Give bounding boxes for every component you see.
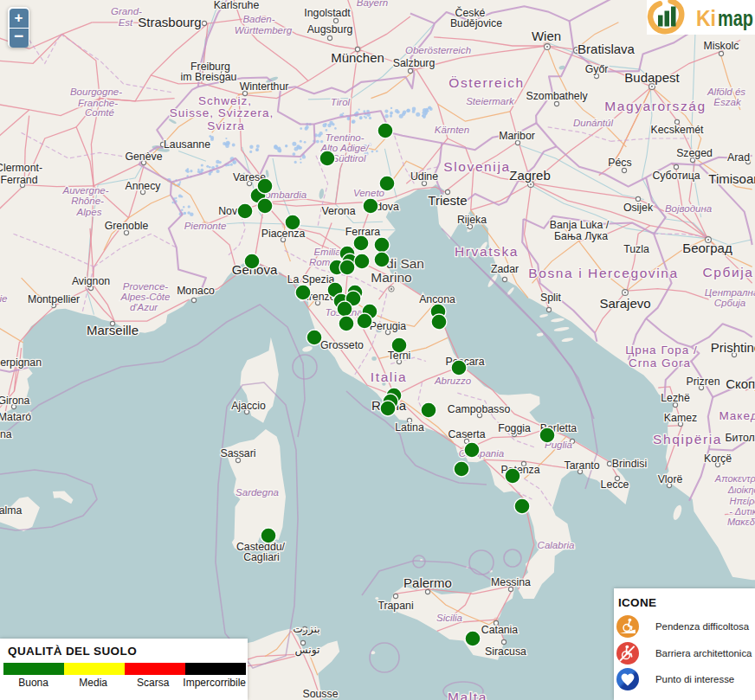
svg-text:München: München [331,50,384,65]
svg-text:Trieste: Trieste [428,193,467,208]
svg-text:Girona: Girona [0,395,30,407]
svg-text:Annecy: Annecy [125,180,161,192]
svg-text:Banja Luka /: Banja Luka / [550,219,610,231]
svg-text:Catania: Catania [481,624,519,636]
svg-text:Palermo: Palermo [403,575,452,590]
svg-text:Србија: Србија [714,298,746,308]
svg-text:Kamez: Kamez [664,412,697,424]
svg-text:Monaco: Monaco [177,285,215,297]
svg-text:Битола: Битола [725,432,755,444]
svg-text:Palma: Palma [0,504,23,517]
svg-text:Maribor: Maribor [499,130,535,142]
svg-text:Brindisi: Brindisi [612,458,647,470]
svg-text:Mataró: Mataró [0,411,31,423]
svg-text:Schweiz,: Schweiz, [198,94,252,107]
svg-text:Lezhë: Lezhë [661,392,690,404]
svg-text:Rijeka: Rijeka [457,214,487,226]
svg-text:Bratislava: Bratislava [578,42,636,56]
svg-text:Sousse: Sousse [302,688,338,700]
svg-text:Perpignan: Perpignan [0,356,42,369]
svg-text:d'Azur: d'Azur [130,302,158,312]
svg-text:Arad: Arad [727,151,750,164]
svg-text:Clermont-: Clermont- [0,162,42,174]
svg-text:Ηπείρου: Ηπείρου [729,496,755,506]
svg-text:Győr: Győr [585,63,609,75]
svg-text:Steiermark: Steiermark [466,96,515,106]
svg-text:Piemonte: Piemonte [184,221,227,231]
svg-text:Скопје: Скопје [726,376,755,391]
svg-text:Calabria: Calabria [538,540,575,550]
svg-text:Caserta: Caserta [448,428,485,440]
svg-text:Siracusa: Siracusa [485,645,526,658]
svg-text:Oberösterreich: Oberösterreich [405,45,471,55]
svg-text:Karlsruhe: Karlsruhe [214,0,260,11]
svg-text:Ferrand: Ferrand [0,174,37,186]
svg-text:Μακεδονία: Μακεδονία [727,517,755,527]
svg-text:Auvergne-: Auvergne- [61,185,108,196]
svg-text:Südtirol: Südtirol [332,153,366,164]
svg-text:Pécs: Pécs [608,157,631,169]
svg-text:Veneto: Veneto [353,188,385,198]
svg-text:Crna Gora: Crna Gora [629,356,691,369]
svg-text:Verona: Verona [322,205,356,217]
svg-text:Ingolstadt: Ingolstadt [304,7,351,19]
svg-text:La Spezia: La Spezia [287,273,335,286]
svg-text:Македонија: Македонија [719,409,755,422]
svg-text:Lecce: Lecce [601,478,629,491]
svg-text:Suisse, Svizzera,: Suisse, Svizzera, [170,106,274,119]
svg-text:Alföld és: Alföld és [707,87,745,97]
svg-text:Winterthur: Winterthur [240,80,289,93]
svg-text:Budějovice: Budějovice [450,17,502,29]
svg-text:Barcelona: Barcelona [0,428,12,440]
svg-text:Суботица: Суботица [652,170,700,182]
svg-text:Messina: Messina [491,576,531,588]
svg-text:Zadar: Zadar [491,263,519,275]
svg-text:Szombathely: Szombathely [526,90,588,102]
svg-text:Tuzla: Tuzla [623,243,649,255]
svg-text:ie: ie [0,293,7,304]
svg-text:Miskolc: Miskolc [704,40,739,52]
svg-text:Campobasso: Campobasso [448,403,511,415]
svg-text:Wien: Wien [532,29,561,43]
svg-text:Genève: Genève [125,151,162,163]
svg-text:Србија: Србија [702,265,753,279]
svg-text:Shqipëria: Shqipëria [653,432,722,446]
svg-text:Avignon: Avignon [72,275,110,287]
svg-text:Slovenija: Slovenija [443,159,510,174]
svg-text:Prishtinë: Prishtinë [711,340,755,355]
svg-text:Војводина: Војводина [665,203,712,214]
svg-text:Tirol: Tirol [331,97,351,107]
svg-text:بنزرت: بنزرت [293,623,319,636]
svg-text:Trapani: Trapani [378,600,413,612]
svg-text:Észak: Észak [713,97,742,107]
svg-text:Alpes-Côte: Alpes-Côte [120,292,171,302]
svg-text:Rhône-: Rhône- [71,196,104,206]
svg-text:Budapest: Budapest [624,70,680,85]
svg-text:Provence-: Provence- [123,281,169,292]
svg-text:di San: di San [386,256,424,271]
svg-text:Split: Split [540,292,562,304]
svg-text:Piacenza: Piacenza [261,228,306,240]
svg-text:Marseille: Marseille [87,323,139,337]
svg-text:Foggia: Foggia [498,422,531,434]
svg-text:Sardegna: Sardegna [236,487,279,498]
svg-text:Osijek: Osijek [623,202,654,214]
svg-text:Timisoara: Timisoara [708,171,755,186]
svg-text:Salzburg: Salzburg [393,57,436,69]
svg-text:Sarajevo: Sarajevo [599,296,650,311]
svg-text:Grosseto: Grosseto [320,339,364,351]
svg-text:Sassari: Sassari [220,447,255,459]
svg-text:Magyarország: Magyarország [604,99,706,113]
svg-text:Comté: Comté [85,107,114,118]
svg-text:Kecskemét: Kecskemét [651,124,704,136]
svg-text:Lausanne: Lausanne [164,138,210,151]
svg-text:Svizra: Svizra [207,119,245,132]
svg-text:Kärnten: Kärnten [435,125,469,135]
svg-text:Vlorë: Vlorë [658,473,683,485]
svg-text:Zagreb: Zagreb [509,168,551,183]
svg-text:Taranto: Taranto [564,459,599,472]
svg-text:Strasbourg: Strasbourg [138,15,201,29]
svg-text:Österreich: Österreich [448,75,525,90]
svg-text:Bourgogne-: Bourgogne- [70,87,122,97]
svg-text:Augsburg: Augsburg [307,23,353,35]
